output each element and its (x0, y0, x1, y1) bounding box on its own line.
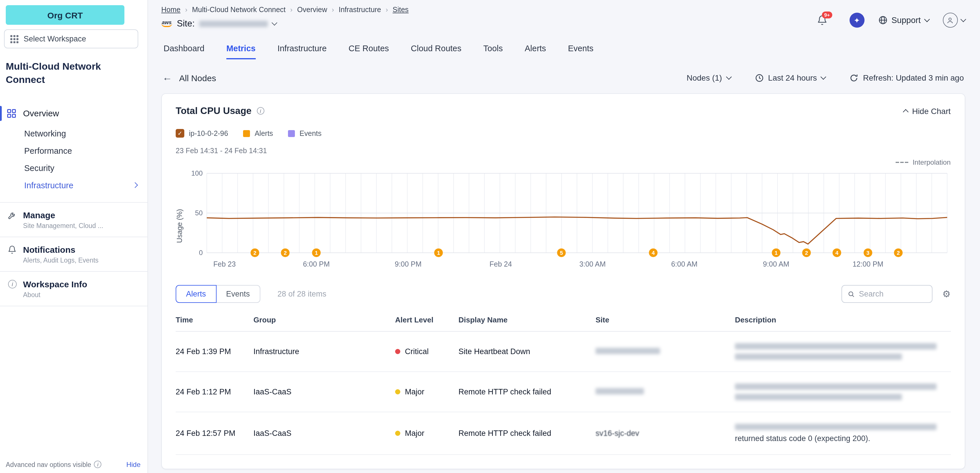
workspace-grid-icon (10, 35, 18, 43)
svg-text:4: 4 (652, 250, 655, 256)
sidebar-item-performance[interactable]: Performance (0, 142, 148, 159)
search-box[interactable] (842, 285, 932, 303)
clock-icon (755, 73, 764, 82)
chevron-down-icon (821, 74, 827, 80)
select-workspace-button[interactable]: Select Workspace (4, 29, 138, 48)
notification-count-badge: 9+ (822, 11, 832, 18)
breadcrumb-infrastructure[interactable]: Infrastructure (339, 6, 381, 14)
support-label: Support (891, 16, 921, 25)
site-selector[interactable]: aws Site: (161, 18, 409, 29)
tab-infrastructure[interactable]: Infrastructure (277, 44, 326, 59)
tab-metrics[interactable]: Metrics (226, 44, 256, 59)
events-tab-button[interactable]: Events (216, 285, 260, 303)
tab-events[interactable]: Events (568, 44, 593, 59)
sidebar-section-manage[interactable]: Manage Site Management, Cloud ... (0, 203, 148, 237)
topbar-actions: 9+ ✦ Support (816, 11, 965, 29)
cell-description (735, 384, 951, 400)
breadcrumb-home[interactable]: Home (161, 6, 181, 14)
y-axis-label: Usage (%) (176, 168, 187, 270)
svg-text:5: 5 (560, 250, 563, 256)
refresh-button[interactable]: Refresh: Updated 3 min ago (850, 73, 964, 83)
hide-chart-label: Hide Chart (912, 106, 951, 116)
redacted-text (735, 424, 937, 430)
svg-text:Feb 23: Feb 23 (213, 260, 236, 268)
select-workspace-label: Select Workspace (24, 35, 86, 43)
list-controls: Alerts Events 28 of 28 items ⚙ (176, 285, 951, 303)
breadcrumb: Home › Multi-Cloud Network Connect › Ove… (161, 3, 409, 14)
sidebar-item-label: Overview (23, 108, 59, 118)
chart-area: Usage (%) 050100Feb 236:00 PM9:00 PMFeb … (176, 168, 951, 270)
hide-chart-button[interactable]: Hide Chart (904, 106, 951, 116)
sidebar-item-label: Networking (24, 129, 66, 138)
breadcrumb-separator-icon: › (332, 6, 334, 14)
svg-text:3: 3 (867, 250, 870, 256)
aws-icon: aws (161, 20, 172, 27)
info-icon: i (8, 280, 17, 298)
time-range-dropdown[interactable]: Last 24 hours (755, 73, 826, 83)
back-arrow-button[interactable]: ← (162, 72, 172, 84)
breadcrumb-multi-cloud[interactable]: Multi-Cloud Network Connect (192, 6, 286, 14)
sidebar-item-security[interactable]: Security (0, 159, 148, 177)
svg-text:6:00 AM: 6:00 AM (671, 260, 697, 268)
svg-text:50: 50 (195, 209, 203, 217)
redacted-text (595, 388, 644, 394)
tab-ce-routes[interactable]: CE Routes (348, 44, 389, 59)
col-alert-level: Alert Level (395, 316, 453, 324)
sidebar-nav: Overview Networking Performance Security… (0, 102, 148, 194)
series-checkbox-checked[interactable]: ✓ (176, 129, 184, 138)
sidebar-section-notifications[interactable]: Notifications Alerts, Audit Logs, Events (0, 237, 148, 272)
metrics-toolbar: ← All Nodes Nodes (1) Last 24 hours (148, 59, 980, 84)
user-menu[interactable] (943, 13, 965, 28)
status-dot (395, 389, 400, 394)
assistant-button[interactable]: ✦ (849, 13, 864, 28)
col-display-name: Display Name (458, 316, 590, 324)
sidebar-item-networking[interactable]: Networking (0, 125, 148, 142)
table-settings-gear-icon[interactable]: ⚙ (942, 289, 951, 299)
svg-text:9:00 PM: 9:00 PM (395, 260, 422, 268)
sidebar-section-workspace-info[interactable]: i Workspace Info About (0, 272, 148, 306)
cell-display-name: Remote HTTP check failed (458, 387, 590, 396)
search-icon (848, 290, 855, 298)
level-label: Major (405, 429, 425, 438)
table-row[interactable]: 24 Feb 1:12 PM IaaS-CaaS Major Remote HT… (176, 372, 951, 412)
table-row[interactable]: 24 Feb 1:39 PM Infrastructure Critical S… (176, 332, 951, 372)
col-description: Description (735, 316, 951, 324)
legend-events[interactable]: Events (288, 129, 321, 137)
svg-text:4: 4 (835, 250, 838, 256)
sidebar-item-overview[interactable]: Overview (0, 102, 148, 125)
breadcrumb-overview[interactable]: Overview (297, 6, 327, 14)
svg-text:100: 100 (191, 169, 203, 177)
cell-time: 24 Feb 1:12 PM (176, 387, 248, 396)
cell-time: 24 Feb 1:39 PM (176, 347, 248, 356)
interpolation-label: Interpolation (913, 158, 951, 167)
sidebar-item-infrastructure[interactable]: Infrastructure (0, 177, 148, 194)
alerts-tab-button[interactable]: Alerts (176, 285, 216, 303)
svg-text:6:00 PM: 6:00 PM (303, 260, 330, 268)
svg-text:12:00 PM: 12:00 PM (853, 260, 883, 268)
support-menu[interactable]: Support (878, 16, 929, 25)
wrench-icon (8, 211, 17, 229)
search-input[interactable] (859, 290, 926, 298)
svg-text:2: 2 (805, 250, 808, 256)
cell-site (595, 387, 729, 396)
sidebar-item-label: Security (24, 163, 54, 173)
tab-cloud-routes[interactable]: Cloud Routes (411, 44, 461, 59)
cpu-usage-card: Total CPU Usage i Hide Chart ✓ ip-10-0-2… (161, 93, 965, 469)
legend-alerts[interactable]: Alerts (243, 129, 273, 137)
hide-nav-link[interactable]: Hide (126, 460, 140, 468)
series-label: ip-10-0-2-96 (189, 129, 228, 137)
avatar (943, 13, 958, 28)
nodes-filter-dropdown[interactable]: Nodes (1) (687, 73, 730, 83)
info-icon[interactable]: i (256, 107, 264, 114)
org-button[interactable]: Org CRT (6, 5, 124, 25)
tab-alerts[interactable]: Alerts (525, 44, 546, 59)
tab-tools[interactable]: Tools (483, 44, 503, 59)
topbar: Home › Multi-Cloud Network Connect › Ove… (148, 0, 980, 29)
series-toggle[interactable]: ✓ ip-10-0-2-96 (176, 129, 228, 138)
globe-icon (878, 16, 887, 25)
table-row[interactable]: 24 Feb 12:57 PM IaaS-CaaS Major Remote H… (176, 412, 951, 455)
notifications-bell-button[interactable]: 9+ (816, 15, 827, 25)
section-subtitle: Site Management, Cloud ... (23, 222, 103, 229)
tab-dashboard[interactable]: Dashboard (164, 44, 204, 59)
breadcrumb-sites[interactable]: Sites (393, 6, 409, 14)
